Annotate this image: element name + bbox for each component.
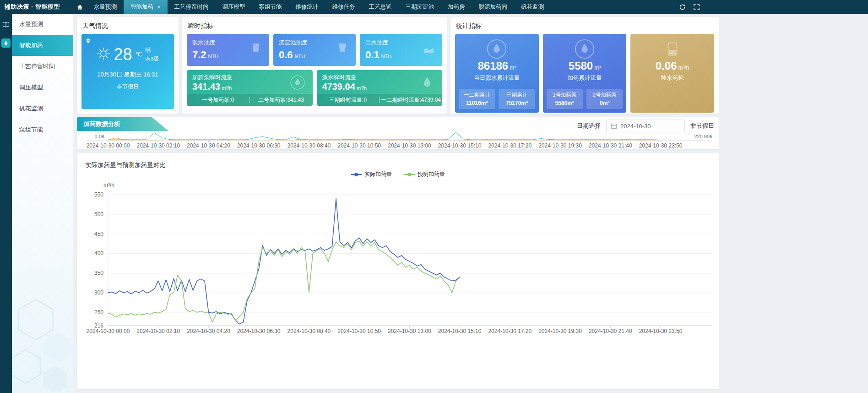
phase12-flow: 一二期瞬时流量:4739.04 bbox=[380, 96, 442, 104]
statistics-panel: 统计指标 86186m³ 当日源水累计流量 一二期累计11016m³ 三期累计7… bbox=[450, 17, 719, 114]
phase12-total: 一二期累计11016m³ bbox=[459, 89, 495, 109]
tab-floc-monitor[interactable]: 矾花监测 bbox=[514, 0, 551, 14]
tab-dosing-room[interactable]: 加药房 bbox=[441, 0, 472, 14]
sidebar-item-floc-monitor[interactable]: 矾花监测 bbox=[12, 98, 73, 119]
svg-text:550: 550 bbox=[94, 191, 103, 198]
app-title: 辅助决策 - 智能模型 bbox=[0, 0, 72, 14]
sidebar: 水量预测 智能加药 工艺停留时间 调压模型 矾花监测 泵组节能 bbox=[12, 14, 73, 393]
legend-marker-green bbox=[404, 174, 415, 175]
raw-water-flow-card: 源水瞬时流量 4739.04m³/h 三期瞬时流量:0 一二期瞬时流量:4739… bbox=[317, 70, 443, 106]
legend-actual[interactable]: 实际加药量 bbox=[351, 170, 392, 178]
temperature-unit: ℃ bbox=[136, 51, 142, 58]
svg-text:2024-10-30 08:40: 2024-10-30 08:40 bbox=[288, 142, 331, 149]
calendar-icon bbox=[611, 123, 617, 129]
svg-text:2024-10-30 15:10: 2024-10-30 15:10 bbox=[438, 328, 482, 334]
svg-text:2024-10-30 13:00: 2024-10-30 13:00 bbox=[388, 142, 431, 149]
chart-legend: 实际加药量 预测加药量 bbox=[82, 170, 713, 178]
sun-icon bbox=[97, 47, 110, 62]
tab-sludge-dosing-room[interactable]: 脱泥加药间 bbox=[472, 0, 515, 14]
svg-text:2024-10-30 10:50: 2024-10-30 10:50 bbox=[337, 328, 381, 334]
svg-text:2024-10-30 23:50: 2024-10-30 23:50 bbox=[639, 142, 683, 149]
pump2-total: 2号加药泵0m³ bbox=[586, 89, 623, 109]
dosing-pump-flow-card: 加药泵瞬时流量 341.43m³/h 一号加药泵:0 二号加药泵:341.43 bbox=[187, 70, 313, 106]
dosing-comparison-chart[interactable]: 2162503003504004505005502024-10-30 00:00… bbox=[82, 189, 713, 340]
weather-panel-title: 天气情况 bbox=[82, 22, 174, 30]
svg-text:220.906: 220.906 bbox=[694, 134, 712, 139]
sidebar-item-process-retention[interactable]: 工艺停留时间 bbox=[12, 56, 73, 77]
outlet-turbidity-card: 出水浊度 0.1NTU bbox=[360, 34, 442, 66]
comparison-title: 实际加药量与预测加药量对比 bbox=[85, 161, 713, 169]
hexagon-decoration bbox=[12, 263, 73, 393]
svg-text:400: 400 bbox=[94, 250, 103, 257]
smart-dosing-module-icon[interactable] bbox=[1, 38, 11, 48]
svg-text:2024-10-30 06:30: 2024-10-30 06:30 bbox=[237, 328, 281, 334]
tab-process-overview[interactable]: 工艺总览 bbox=[362, 0, 399, 14]
tab-maintenance-tasks[interactable]: 维修任务 bbox=[326, 0, 362, 14]
tab-process-retention[interactable]: 工艺停留时间 bbox=[168, 0, 216, 14]
fullscreen-icon[interactable] bbox=[693, 4, 700, 11]
svg-text:2024-10-30 10:50: 2024-10-30 10:50 bbox=[337, 142, 381, 149]
svg-text:2024-10-30 02:10: 2024-10-30 02:10 bbox=[136, 328, 180, 334]
svg-text:2024-10-30 00:00: 2024-10-30 00:00 bbox=[87, 142, 130, 149]
sidebar-item-smart-dosing[interactable]: 智能加药 bbox=[12, 35, 73, 56]
chemical-per-ton-card: 0.06m³/h 吨水药耗 bbox=[630, 34, 714, 113]
svg-text:2024-10-30 17:20: 2024-10-30 17:20 bbox=[488, 328, 532, 334]
svg-text:350: 350 bbox=[94, 270, 103, 276]
tab-maintenance-stats[interactable]: 维修统计 bbox=[289, 0, 326, 14]
tab-bar: 水量预测 智能加药× 工艺停留时间 调压模型 泵组节能 维修统计 维修任务 工艺… bbox=[87, 0, 551, 14]
phase3-flow: 三期瞬时流量:0 bbox=[317, 96, 380, 104]
phase3-total: 三期累计75170m³ bbox=[499, 89, 535, 109]
dosing-analysis-band: 加药数据分析 日期选择 2024-10-30 非节假日 2024-10-30 0… bbox=[77, 117, 719, 149]
sidebar-item-water-forecast[interactable]: 水量预测 bbox=[12, 14, 73, 35]
tab-pump-energy[interactable]: 泵组节能 bbox=[252, 0, 289, 14]
stats-panel-title: 统计指标 bbox=[456, 22, 714, 30]
raw-water-turbidity-card: 源水浊度 7.2NTU bbox=[187, 34, 269, 66]
droplet-circle-icon bbox=[543, 38, 627, 60]
svg-text:2024-10-30 21:40: 2024-10-30 21:40 bbox=[589, 328, 632, 334]
sidebar-item-pump-energy[interactable]: 泵组节能 bbox=[12, 119, 73, 140]
date-value: 2024-10-30 bbox=[620, 123, 651, 130]
book-icon[interactable] bbox=[1, 20, 11, 29]
home-icon bbox=[76, 4, 83, 11]
pump1-total: 1号加药泵5580m³ bbox=[547, 89, 583, 109]
weather-holiday-status: 非节假日 bbox=[81, 83, 174, 91]
tab-water-forecast[interactable]: 水量预测 bbox=[87, 0, 124, 14]
home-button[interactable] bbox=[72, 0, 87, 14]
pump1-flow: 一号加药泵:0 bbox=[187, 96, 250, 104]
tab-phase3-sedimentation[interactable]: 三期沉淀池 bbox=[399, 0, 441, 14]
dosing-overview-sparkline[interactable]: 2024-10-30 00:002024-10-30 02:102024-10-… bbox=[82, 129, 713, 149]
svg-text:450: 450 bbox=[94, 231, 103, 237]
svg-text:250: 250 bbox=[94, 309, 103, 316]
svg-text:2024-10-30 17:20: 2024-10-30 17:20 bbox=[488, 142, 532, 149]
svg-text:2024-10-30 21:40: 2024-10-30 21:40 bbox=[589, 142, 632, 149]
tab-pressure-model[interactable]: 调压模型 bbox=[216, 0, 252, 14]
top-bar: 辅助决策 - 智能模型 水量预测 智能加药× 工艺停留时间 调压模型 泵组节能 … bbox=[0, 0, 868, 14]
svg-text:2024-10-30 04:20: 2024-10-30 04:20 bbox=[187, 328, 230, 334]
svg-text:2024-10-30 15:10: 2024-10-30 15:10 bbox=[438, 142, 482, 149]
left-rail bbox=[0, 14, 12, 393]
droplet-circle-icon bbox=[290, 75, 305, 92]
svg-text:2024-10-30 06:30: 2024-10-30 06:30 bbox=[237, 142, 281, 149]
beaker-icon bbox=[630, 38, 714, 60]
water-wave-icon bbox=[422, 41, 436, 57]
temperature-value: 28 bbox=[114, 46, 132, 63]
refresh-icon[interactable] bbox=[679, 4, 686, 11]
svg-text:2024-10-30 00:00: 2024-10-30 00:00 bbox=[87, 328, 130, 334]
svg-text:2024-10-30 04:20: 2024-10-30 04:20 bbox=[187, 142, 230, 149]
close-tab-icon[interactable]: × bbox=[157, 4, 161, 10]
instant-indicators-panel: 瞬时指标 源水浊度 7.2NTU 沉淀池浊度 0.6NTU 出水浊度 0.1NT… bbox=[182, 17, 447, 114]
svg-text:2024-10-30 23:50: 2024-10-30 23:50 bbox=[639, 328, 683, 334]
daily-raw-water-total-card: 86186m³ 当日源水累计流量 一二期累计11016m³ 三期累计75170m… bbox=[455, 34, 539, 113]
droplet-icon bbox=[419, 75, 435, 92]
weather-panel: 天气情况 bbox=[77, 17, 179, 114]
wind-level: 南3级 bbox=[145, 55, 158, 63]
main-content: 天气情况 bbox=[73, 14, 868, 393]
legend-marker-blue bbox=[351, 174, 362, 175]
droplet-circle-icon bbox=[455, 38, 539, 60]
legend-predicted[interactable]: 预测加药量 bbox=[404, 170, 445, 178]
svg-text:2024-10-30 19:30: 2024-10-30 19:30 bbox=[538, 328, 582, 334]
sidebar-item-pressure-model[interactable]: 调压模型 bbox=[12, 77, 73, 98]
svg-text:500: 500 bbox=[94, 211, 103, 218]
tab-smart-dosing[interactable]: 智能加药× bbox=[124, 0, 168, 14]
svg-text:2024-10-30 08:40: 2024-10-30 08:40 bbox=[288, 328, 331, 334]
